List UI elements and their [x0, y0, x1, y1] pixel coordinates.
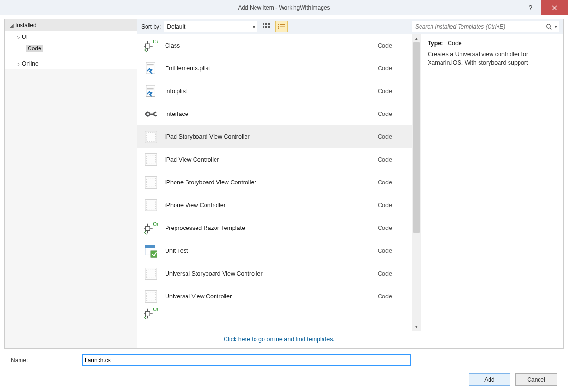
scrollbar[interactable]: ▴ ▾: [412, 34, 421, 331]
sort-dropdown[interactable]: Default ▾: [164, 21, 257, 32]
center-panel: Sort by: Default ▾: [137, 19, 564, 349]
sidebar-label: Code: [26, 45, 43, 52]
template-item-name: Universal Storyboard View Controller: [165, 270, 371, 277]
cancel-button[interactable]: Cancel: [515, 373, 557, 386]
sidebar-item-code[interactable]: Code: [5, 43, 137, 54]
search-input[interactable]: [414, 23, 544, 30]
svg-rect-10: [278, 28, 279, 29]
svg-rect-11: [280, 29, 285, 29]
template-item-name: iPhone Storyboard View Controller: [165, 179, 371, 186]
template-item[interactable]: InterfaceCode: [137, 103, 412, 125]
svg-rect-6: [278, 24, 279, 25]
name-label: Name:: [11, 357, 82, 363]
template-item-name: Interface: [165, 111, 371, 117]
list-icon: [278, 24, 285, 29]
scrollbar-track[interactable]: [412, 42, 421, 323]
scrollbar-thumb[interactable]: [413, 42, 420, 233]
close-icon: [552, 5, 557, 10]
sidebar-item-ui[interactable]: ▷ UI: [5, 31, 137, 43]
titlebar: Add New Item - WorkingWithImages ?: [0, 0, 568, 15]
template-item[interactable]: iPhone View ControllerCode: [137, 194, 412, 217]
grid-icon: [263, 23, 270, 30]
online-templates-link-row: Click here to go online and find templat…: [137, 331, 421, 348]
sidebar-label: Installed: [15, 22, 37, 29]
view-icon: [143, 129, 158, 144]
category-sidebar: ◢ Installed ▷ UI Code ▷ Online: [4, 19, 137, 349]
sidebar-label: Online: [22, 60, 39, 67]
template-item[interactable]: Preprocessed Razor TemplateCode: [137, 217, 412, 239]
add-button[interactable]: Add: [469, 373, 510, 386]
template-item[interactable]: Universal View ControllerCode: [137, 285, 412, 308]
template-item-category: Code: [378, 42, 406, 49]
dialog-window: Add New Item - WorkingWithImages ? ◢ Ins…: [0, 0, 568, 392]
template-item-category: Code: [378, 248, 406, 254]
scroll-down-button[interactable]: ▾: [412, 323, 421, 331]
search-icon[interactable]: [544, 23, 554, 30]
interface-icon: [143, 106, 158, 122]
details-description: Creates a Universal view controller for …: [428, 50, 557, 67]
template-item-name: Preprocessed Razor Template: [165, 225, 371, 231]
svg-rect-2: [268, 23, 270, 25]
add-button-label: Add: [484, 376, 494, 383]
sidebar-label: UI: [22, 34, 28, 40]
name-input[interactable]: [82, 354, 411, 366]
template-item[interactable]: Info.plistCode: [137, 80, 412, 103]
template-item[interactable]: Entitlements.plistCode: [137, 57, 412, 80]
class-icon: [143, 38, 158, 53]
svg-rect-9: [280, 27, 285, 28]
template-item-category: Code: [378, 88, 406, 95]
svg-point-12: [547, 24, 550, 28]
template-item-category: Code: [378, 134, 406, 140]
help-button[interactable]: ?: [520, 0, 541, 15]
scroll-up-button[interactable]: ▴: [412, 34, 421, 42]
search-dropdown-icon[interactable]: ▾: [554, 24, 557, 29]
template-item-category: Code: [378, 225, 406, 231]
view-icon: [143, 266, 158, 281]
search-box[interactable]: ▾: [412, 21, 559, 32]
template-item[interactable]: iPad View ControllerCode: [137, 148, 412, 171]
class-icon: [143, 220, 158, 236]
details-type-label: Type:: [428, 40, 443, 47]
template-item-category: Code: [378, 111, 406, 117]
class-icon: [143, 308, 158, 319]
svg-line-13: [550, 28, 552, 29]
chevron-down-icon: ◢: [9, 23, 15, 28]
chevron-down-icon: ▾: [253, 24, 255, 29]
svg-rect-4: [265, 26, 267, 28]
sort-label: Sort by:: [141, 23, 161, 30]
template-item-name: Class: [165, 42, 371, 49]
button-bar: Add Cancel: [4, 371, 564, 388]
plist-icon: [143, 61, 158, 76]
template-item-category: Code: [378, 156, 406, 163]
details-panel: Type: Code Creates a Universal view cont…: [421, 34, 563, 348]
template-item-name: Universal View Controller: [165, 293, 371, 300]
sidebar-item-installed[interactable]: ◢ Installed: [5, 19, 137, 31]
template-item-category: Code: [378, 179, 406, 186]
view-icon: [143, 152, 158, 167]
chevron-right-icon: ▷: [15, 35, 22, 40]
template-item[interactable]: Universal Storyboard View ControllerCode: [137, 262, 412, 285]
details-type-value: Code: [448, 40, 462, 47]
online-templates-link[interactable]: Click here to go online and find templat…: [224, 336, 334, 343]
view-medium-icons-button[interactable]: [260, 21, 273, 32]
template-item-name: Info.plist: [165, 88, 371, 95]
template-item[interactable]: Unit TestCode: [137, 239, 412, 262]
template-item-name: Entitlements.plist: [165, 65, 371, 72]
template-item[interactable]: [137, 308, 412, 319]
center-toolbar: Sort by: Default ▾: [137, 19, 563, 34]
svg-rect-7: [280, 24, 285, 25]
template-item-name: Unit Test: [165, 248, 371, 254]
window-title: Add New Item - WorkingWithImages: [238, 4, 330, 11]
svg-rect-5: [268, 26, 270, 28]
view-icon: [143, 175, 158, 190]
sort-value: Default: [167, 23, 185, 30]
template-item[interactable]: ClassCode: [137, 34, 412, 57]
view-small-icons-button[interactable]: [275, 21, 288, 32]
view-icon: [143, 289, 158, 304]
chevron-right-icon: ▷: [15, 61, 22, 67]
sidebar-item-online[interactable]: ▷ Online: [5, 58, 137, 69]
close-button[interactable]: [541, 0, 568, 15]
template-item[interactable]: iPad Storyboard View ControllerCode: [137, 125, 412, 148]
template-item[interactable]: iPhone Storyboard View ControllerCode: [137, 171, 412, 194]
view-icon: [143, 198, 158, 213]
